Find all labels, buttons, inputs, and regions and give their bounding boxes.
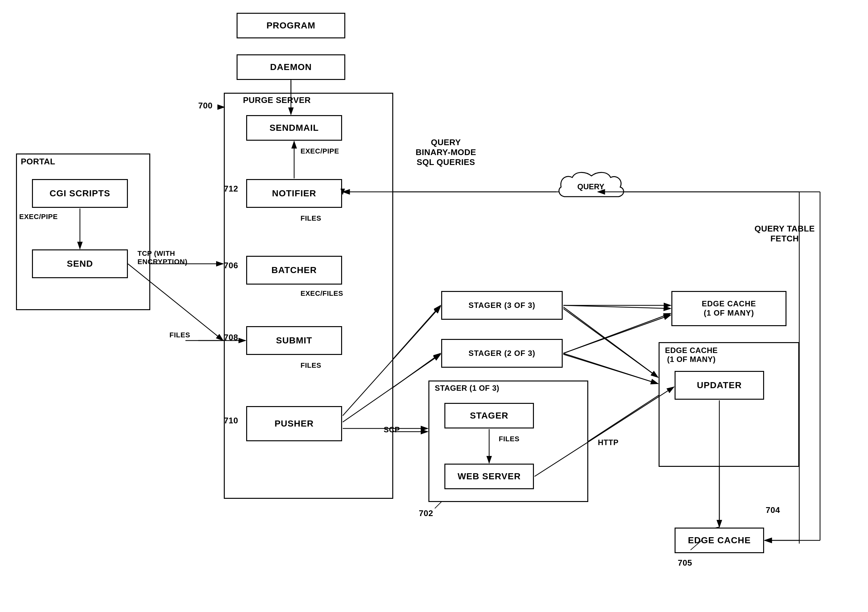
portal-label: PORTAL: [21, 156, 55, 167]
svg-line-39: [563, 354, 658, 384]
pusher-box: PUSHER: [246, 406, 342, 441]
diagram: PROGRAM DAEMON PURGE SERVER SENDMAIL EXE…: [0, 0, 868, 612]
purge-server-label: PURGE SERVER: [243, 95, 311, 105]
files-stager-label: FILES: [499, 435, 519, 443]
svg-line-20: [563, 353, 658, 384]
query-binary-label: QUERY BINARY-MODE SQL QUERIES: [415, 138, 476, 167]
ref-706: 706: [224, 260, 238, 271]
files-label-2: FILES: [169, 331, 190, 339]
exec-files-label: EXEC/FILES: [301, 290, 343, 298]
svg-line-21: [563, 308, 658, 377]
ref-712: 712: [224, 184, 238, 194]
daemon-box: DAEMON: [237, 54, 345, 80]
ref-705: 705: [678, 558, 692, 568]
program-box: PROGRAM: [237, 13, 345, 39]
edge-cache-bot-box: EDGE CACHE: [674, 528, 764, 553]
query-table-fetch-label: QUERY TABLE FETCH: [755, 224, 815, 244]
ref-700: 700: [198, 101, 212, 111]
svg-line-36: [563, 305, 671, 308]
edge-cache-top-box: EDGE CACHE (1 OF MANY): [671, 291, 786, 326]
portal-outer: [16, 153, 150, 310]
svg-line-38: [563, 307, 658, 377]
files-label-1: FILES: [301, 214, 321, 223]
exec-pipe-label-portal: EXEC/PIPE: [19, 213, 58, 221]
ref-704: 704: [766, 505, 780, 515]
ref-702: 702: [419, 508, 433, 518]
send-box: SEND: [32, 249, 128, 278]
batcher-box: BATCHER: [246, 256, 342, 285]
ref-710: 710: [224, 416, 238, 426]
stager1-label: STAGER (1 OF 3): [435, 384, 499, 393]
stager3-box: STAGER (3 OF 3): [441, 291, 563, 320]
svg-text:QUERY: QUERY: [577, 182, 604, 191]
sendmail-box: SENDMAIL: [246, 115, 342, 141]
web-server-box: WEB SERVER: [444, 464, 534, 489]
tcp-encryption-label: TCP (WITH ENCRYPTION): [138, 249, 188, 266]
updater-box: UPDATER: [674, 371, 764, 400]
submit-box: SUBMIT: [246, 326, 342, 355]
files-label-3: FILES: [301, 361, 321, 370]
edge-cache-mid-label: EDGE CACHE (1 OF MANY): [665, 346, 718, 364]
exec-pipe-label-1: EXEC/PIPE: [301, 147, 339, 155]
stager2-box: STAGER (2 OF 3): [441, 339, 563, 368]
svg-line-37: [563, 313, 671, 353]
svg-line-19: [563, 315, 671, 353]
ref-708: 708: [224, 333, 238, 342]
notifier-box: NOTIFIER: [246, 179, 342, 208]
cgi-scripts-box: CGI SCRIPTS: [32, 179, 128, 208]
http-label: HTTP: [598, 438, 618, 447]
query-cloud: QUERY: [556, 169, 627, 211]
scp-label: SCP: [384, 425, 400, 434]
stager-inner-box: STAGER: [444, 403, 534, 428]
